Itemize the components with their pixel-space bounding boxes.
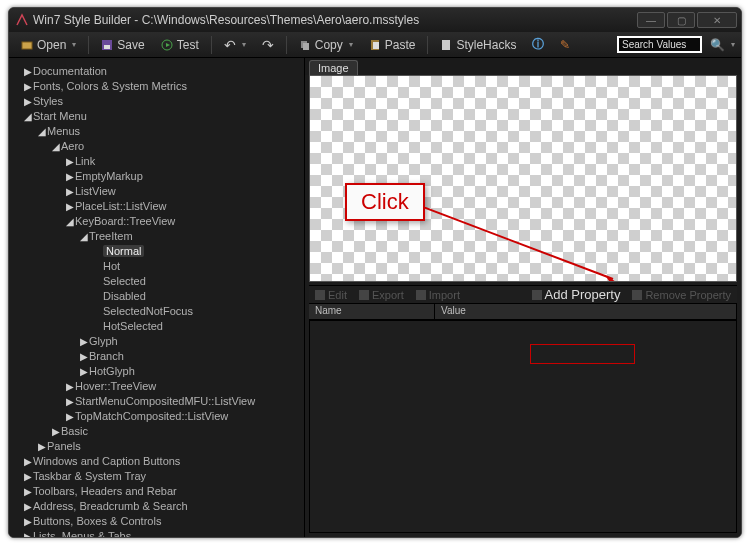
tree-item[interactable]: SelectedNotFocus <box>103 305 193 317</box>
column-header-name[interactable]: Name <box>309 304 435 319</box>
property-grid-header: Name Value <box>309 304 737 320</box>
expand-icon[interactable]: ▶ <box>65 169 75 184</box>
separator <box>88 36 89 54</box>
tree-item[interactable]: Windows and Caption Buttons <box>33 455 180 467</box>
tree-item[interactable]: KeyBoard::TreeView <box>75 215 175 227</box>
window-controls: — ▢ ✕ <box>637 12 737 28</box>
collapse-icon[interactable]: ◢ <box>51 139 61 154</box>
toolbar: Open▾ Save Test ↶▾ ↷ Copy▾ Paste StyleHa… <box>9 32 741 58</box>
chevron-down-icon: ▾ <box>349 40 353 49</box>
collapse-icon[interactable]: ◢ <box>23 109 33 124</box>
tree-item[interactable]: TopMatchComposited::ListView <box>75 410 228 422</box>
expand-icon[interactable]: ▶ <box>79 364 89 379</box>
tree-view[interactable]: ▶Documentation ▶Fonts, Colors & System M… <box>17 64 304 537</box>
tree-item[interactable]: Selected <box>103 275 146 287</box>
expand-icon[interactable]: ▶ <box>23 64 33 79</box>
tree-item[interactable]: Panels <box>47 440 81 452</box>
edit-button[interactable]: Edit <box>309 289 353 301</box>
expand-icon[interactable]: ▶ <box>37 439 47 454</box>
collapse-icon[interactable]: ◢ <box>37 124 47 139</box>
undo-button[interactable]: ↶▾ <box>218 35 252 55</box>
tree-item[interactable]: HotSelected <box>103 320 163 332</box>
tree-item[interactable]: Link <box>75 155 95 167</box>
expand-icon[interactable]: ▶ <box>79 349 89 364</box>
expand-icon[interactable]: ▶ <box>79 334 89 349</box>
tree-item[interactable]: StartMenuCompositedMFU::ListView <box>75 395 255 407</box>
copy-label: Copy <box>315 38 343 52</box>
tree-item[interactable]: Hot <box>103 260 120 272</box>
image-tab[interactable]: Image <box>309 60 358 75</box>
save-button[interactable]: Save <box>95 36 150 54</box>
tree-item[interactable]: Toolbars, Headers and Rebar <box>33 485 177 497</box>
tree-item[interactable]: Basic <box>61 425 88 437</box>
tree-item[interactable]: Start Menu <box>33 110 87 122</box>
close-button[interactable]: ✕ <box>697 12 737 28</box>
tree-item[interactable]: Styles <box>33 95 63 107</box>
expand-icon[interactable]: ▶ <box>51 424 61 439</box>
expand-icon[interactable]: ▶ <box>65 394 75 409</box>
expand-icon[interactable]: ▶ <box>23 94 33 109</box>
expand-icon[interactable]: ▶ <box>23 79 33 94</box>
svg-rect-8 <box>442 40 450 50</box>
collapse-icon[interactable]: ◢ <box>65 214 75 229</box>
redo-button[interactable]: ↷ <box>256 35 280 55</box>
stylehacks-button[interactable]: StyleHacks <box>434 36 522 54</box>
right-panel: Image Click Edit Export Import Add Prope… <box>304 58 741 537</box>
tree-item[interactable]: PlaceList::ListView <box>75 200 167 212</box>
tree-item[interactable]: Menus <box>47 125 80 137</box>
expand-icon[interactable]: ▶ <box>65 199 75 214</box>
expand-icon[interactable]: ▶ <box>23 454 33 469</box>
tree-item[interactable]: HotGlyph <box>89 365 135 377</box>
info-icon: ⓘ <box>532 36 544 53</box>
tree-item[interactable]: EmptyMarkup <box>75 170 143 182</box>
tree-item[interactable]: TreeItem <box>89 230 133 242</box>
svg-rect-7 <box>373 42 379 49</box>
expand-icon[interactable]: ▶ <box>23 514 33 529</box>
tree-item[interactable]: Disabled <box>103 290 146 302</box>
tree-item[interactable]: Taskbar & System Tray <box>33 470 146 482</box>
expand-icon[interactable]: ▶ <box>23 484 33 499</box>
collapse-icon[interactable]: ◢ <box>79 229 89 244</box>
search-icon[interactable]: 🔍 <box>710 38 725 52</box>
info-button[interactable]: ⓘ <box>526 34 550 55</box>
open-button[interactable]: Open▾ <box>15 36 82 54</box>
minimize-button[interactable]: — <box>637 12 665 28</box>
annotation-highlight <box>530 344 635 364</box>
copy-button[interactable]: Copy▾ <box>293 36 359 54</box>
tree-item[interactable]: Fonts, Colors & System Metrics <box>33 80 187 92</box>
tree-item[interactable]: Address, Breadcrumb & Search <box>33 500 188 512</box>
maximize-button[interactable]: ▢ <box>667 12 695 28</box>
remove-icon <box>632 290 642 300</box>
import-button[interactable]: Import <box>410 289 466 301</box>
search-input[interactable]: Search Values <box>617 36 702 53</box>
tree-item[interactable]: Lists, Menus & Tabs <box>33 530 131 537</box>
expand-icon[interactable]: ▶ <box>23 469 33 484</box>
test-button[interactable]: Test <box>155 36 205 54</box>
expand-icon[interactable]: ▶ <box>65 379 75 394</box>
expand-icon[interactable]: ▶ <box>65 409 75 424</box>
chevron-down-icon: ▾ <box>731 40 735 49</box>
tree-item[interactable]: Buttons, Boxes & Controls <box>33 515 161 527</box>
copy-icon <box>299 39 311 51</box>
remove-property-button[interactable]: Remove Property <box>626 289 737 301</box>
tree-item[interactable]: ListView <box>75 185 116 197</box>
app-icon <box>15 13 29 27</box>
tool-button[interactable]: ✎ <box>554 36 576 54</box>
tree-item-selected[interactable]: Normal <box>103 245 144 257</box>
tree-item[interactable]: Glyph <box>89 335 118 347</box>
separator <box>211 36 212 54</box>
expand-icon[interactable]: ▶ <box>23 529 33 537</box>
expand-icon[interactable]: ▶ <box>65 184 75 199</box>
add-property-button[interactable]: Add Property <box>526 287 627 302</box>
column-header-value[interactable]: Value <box>435 304 737 319</box>
paste-button[interactable]: Paste <box>363 36 422 54</box>
tree-item[interactable]: Documentation <box>33 65 107 77</box>
export-button[interactable]: Export <box>353 289 410 301</box>
expand-icon[interactable]: ▶ <box>23 499 33 514</box>
tree-panel: ▶Documentation ▶Fonts, Colors & System M… <box>9 58 304 537</box>
tree-item[interactable]: Aero <box>61 140 84 152</box>
tree-item[interactable]: Branch <box>89 350 124 362</box>
expand-icon[interactable]: ▶ <box>65 154 75 169</box>
tree-item[interactable]: Hover::TreeView <box>75 380 156 392</box>
save-icon <box>101 39 113 51</box>
